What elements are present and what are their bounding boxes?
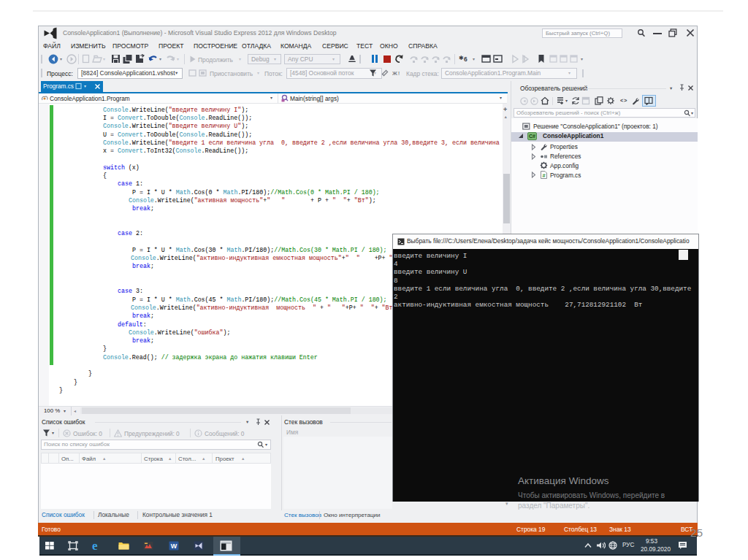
svg-text:W: W (171, 542, 178, 550)
svg-text:C#: C# (529, 134, 535, 139)
